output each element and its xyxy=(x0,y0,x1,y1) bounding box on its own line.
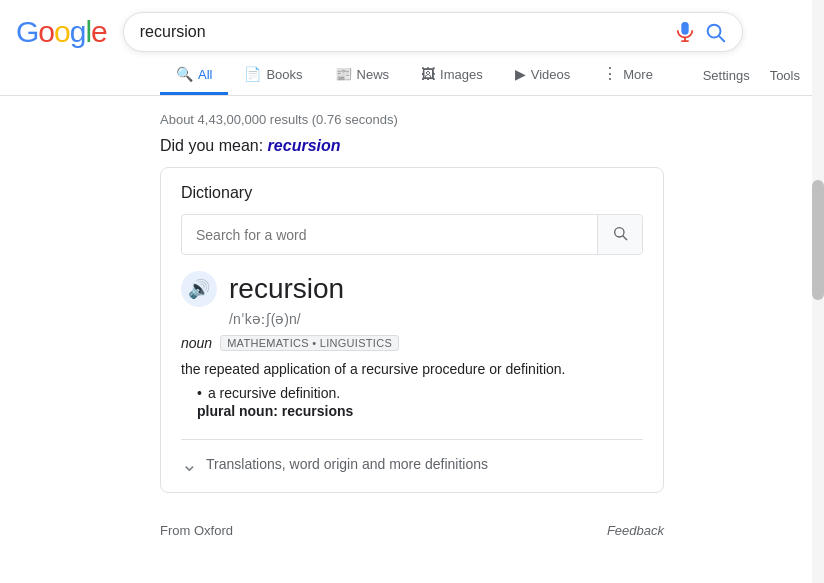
card-divider xyxy=(181,439,643,440)
settings-link[interactable]: Settings xyxy=(695,58,758,93)
results-count: About 4,43,00,000 results (0.76 seconds) xyxy=(160,104,664,133)
definition-list: the repeated application of a recursive … xyxy=(181,361,643,419)
news-tab-icon: 📰 xyxy=(335,66,352,82)
footer-row: From Oxford Feedback xyxy=(0,517,824,544)
plural-label: plural noun: xyxy=(197,403,282,419)
tab-videos-label: Videos xyxy=(531,67,571,82)
nav-tabs: 🔍 All 📄 Books 📰 News 🖼 Images ▶ Videos ⋮… xyxy=(0,56,824,96)
dict-search-input[interactable] xyxy=(182,217,597,253)
tab-more[interactable]: ⋮ More xyxy=(586,56,669,95)
results-area: About 4,43,00,000 results (0.76 seconds)… xyxy=(0,96,824,517)
word-entry: 🔊 recursion /nˈkəːʃ(ə)n/ noun MATHEMATIC… xyxy=(181,271,643,476)
more-tab-icon: ⋮ xyxy=(602,66,618,82)
tab-news[interactable]: 📰 News xyxy=(319,56,406,95)
dict-search-bar xyxy=(181,214,643,255)
mic-icon[interactable] xyxy=(674,21,696,43)
main-definition: the repeated application of a recursive … xyxy=(181,361,643,377)
svg-line-1 xyxy=(719,36,724,41)
scrollbar[interactable] xyxy=(812,0,824,583)
svg-line-3 xyxy=(623,236,627,240)
search-bar-wrapper xyxy=(123,12,743,52)
tab-more-label: More xyxy=(623,67,653,82)
part-of-speech: noun xyxy=(181,335,212,351)
speaker-button[interactable]: 🔊 xyxy=(181,271,217,307)
tab-images-label: Images xyxy=(440,67,483,82)
all-tab-icon: 🔍 xyxy=(176,66,193,82)
word-title: recursion xyxy=(229,273,344,305)
did-you-mean-prompt: Did you mean: xyxy=(160,137,268,154)
tools-link[interactable]: Tools xyxy=(762,58,808,93)
search-input[interactable] xyxy=(140,23,666,41)
sub-definition: a recursive definition. xyxy=(197,385,643,401)
tab-videos[interactable]: ▶ Videos xyxy=(499,56,587,95)
word-pronunciation: /nˈkəːʃ(ə)n/ xyxy=(229,311,643,327)
tab-all-label: All xyxy=(198,67,212,82)
feedback-link[interactable]: Feedback xyxy=(607,523,664,538)
plural-word: recursions xyxy=(282,403,354,419)
google-logo[interactable]: Google xyxy=(16,15,107,49)
scrollbar-thumb[interactable] xyxy=(812,180,824,300)
header: Google xyxy=(0,0,824,52)
tab-images[interactable]: 🖼 Images xyxy=(405,56,499,95)
books-tab-icon: 📄 xyxy=(244,66,261,82)
dict-search-icon xyxy=(612,225,628,241)
search-icons xyxy=(674,21,726,43)
dictionary-card: Dictionary 🔊 recursion /nˈkəːʃ(ə)n/ noun xyxy=(160,167,664,493)
plural-note: plural noun: recursions xyxy=(197,403,643,419)
more-definitions-label: Translations, word origin and more defin… xyxy=(206,456,488,472)
from-oxford-label: From Oxford xyxy=(160,523,233,538)
word-header: 🔊 recursion xyxy=(181,271,643,307)
images-tab-icon: 🖼 xyxy=(421,66,435,82)
did-you-mean: Did you mean: recursion xyxy=(160,137,664,155)
subject-badge: MATHEMATICS • LINGUISTICS xyxy=(220,335,399,351)
more-definitions-button[interactable]: ⌄ Translations, word origin and more def… xyxy=(181,452,643,476)
tab-news-label: News xyxy=(357,67,390,82)
search-bar xyxy=(123,12,743,52)
dict-search-button[interactable] xyxy=(597,215,642,254)
tab-all[interactable]: 🔍 All xyxy=(160,56,228,95)
speaker-icon: 🔊 xyxy=(188,278,210,300)
word-pos-row: noun MATHEMATICS • LINGUISTICS xyxy=(181,335,643,351)
tab-books-label: Books xyxy=(266,67,302,82)
tab-books[interactable]: 📄 Books xyxy=(228,56,318,95)
dictionary-title: Dictionary xyxy=(181,184,643,202)
videos-tab-icon: ▶ xyxy=(515,66,526,82)
nav-right: Settings Tools xyxy=(695,58,824,93)
did-you-mean-link[interactable]: recursion xyxy=(268,137,341,154)
search-submit-icon[interactable] xyxy=(704,21,726,43)
chevron-down-icon: ⌄ xyxy=(181,452,198,476)
